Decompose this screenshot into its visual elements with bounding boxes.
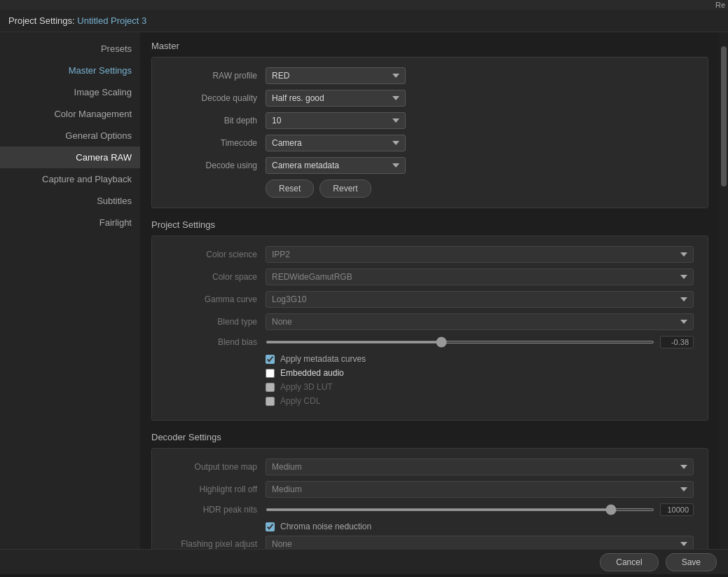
gamma-curve-control: Log3G10	[266, 291, 694, 308]
decode-using-control: Camera metadata Project settings	[266, 157, 406, 174]
output-tone-map-control: Medium Low High	[266, 459, 694, 475]
output-tone-map-row: Output tone map Medium Low High	[166, 459, 694, 475]
chroma-noise-checkbox[interactable]	[266, 522, 275, 531]
project-name: Untitled Project 3	[77, 15, 146, 26]
scrollbar-track[interactable]	[720, 32, 728, 549]
apply-3dlut-checkbox[interactable]	[266, 383, 275, 392]
blend-type-control: None	[266, 313, 694, 330]
master-section-title: Master	[151, 41, 708, 51]
embedded-audio-label: Embedded audio	[280, 368, 344, 378]
blend-bias-label: Blend bias	[166, 337, 257, 347]
top-bar: Re	[0, 0, 728, 10]
apply-metadata-checkbox[interactable]	[266, 355, 275, 364]
sidebar-item-fairlight[interactable]: Fairlight	[0, 212, 140, 233]
blend-bias-row: Blend bias -0.38	[166, 336, 694, 348]
flashing-pixel-row: Flashing pixel adjust None Low Medium Hi…	[166, 536, 694, 549]
decode-using-row: Decode using Camera metadata Project set…	[166, 157, 694, 174]
timecode-select[interactable]: Camera Embedded	[266, 135, 406, 151]
embedded-audio-row: Embedded audio	[166, 368, 694, 378]
timecode-row: Timecode Camera Embedded	[166, 135, 694, 151]
decode-quality-select[interactable]: Half res. good Full res. Quarter res.	[266, 90, 406, 107]
sidebar-item-image-scaling[interactable]: Image Scaling	[0, 81, 140, 103]
blend-type-label: Blend type	[166, 317, 257, 327]
decoder-settings-panel: Output tone map Medium Low High Highligh…	[151, 448, 708, 549]
chroma-noise-label: Chroma noise neduction	[280, 522, 371, 531]
embedded-audio-checkbox[interactable]	[266, 369, 275, 378]
color-space-label: Color space	[166, 272, 257, 282]
highlight-roll-off-row: Highlight roll off Medium Low High	[166, 481, 694, 498]
hdr-peak-nits-value: 10000	[660, 503, 694, 516]
decode-using-label: Decode using	[166, 161, 257, 170]
bit-depth-control: 8 10 12	[266, 112, 406, 129]
title-bar: Project Settings: Untitled Project 3	[0, 10, 728, 32]
raw-profile-row: RAW profile RED BRAW ARRIRAW	[166, 67, 694, 84]
revert-button[interactable]: Revert	[320, 179, 371, 198]
title-prefix: Project Settings:	[8, 15, 77, 26]
raw-profile-control: RED BRAW ARRIRAW	[266, 67, 406, 84]
apply-cdl-checkbox[interactable]	[266, 397, 275, 406]
sidebar-item-master-settings[interactable]: Master Settings	[0, 60, 140, 81]
bit-depth-select[interactable]: 8 10 12	[266, 112, 406, 129]
hdr-peak-nits-slider-container: 10000	[266, 503, 694, 516]
blend-bias-value: -0.38	[660, 336, 694, 348]
hdr-peak-nits-label: HDR peak nits	[166, 505, 257, 515]
timecode-label: Timecode	[166, 138, 257, 148]
hdr-peak-nits-slider[interactable]	[266, 508, 654, 511]
sidebar-item-subtitles[interactable]: Subtitles	[0, 190, 140, 212]
apply-metadata-row: Apply metadata curves	[166, 354, 694, 364]
master-buttons-row: Reset Revert	[166, 179, 694, 198]
cancel-button[interactable]: Cancel	[600, 553, 658, 571]
sidebar-item-color-management[interactable]: Color Management	[0, 103, 140, 125]
color-space-row: Color space REDWideGamutRGB	[166, 269, 694, 285]
apply-cdl-label: Apply CDL	[280, 396, 320, 406]
bit-depth-row: Bit depth 8 10 12	[166, 112, 694, 129]
master-panel: RAW profile RED BRAW ARRIRAW Decode qual…	[151, 57, 708, 208]
flashing-pixel-control: None Low Medium High	[266, 536, 694, 549]
decode-using-select[interactable]: Camera metadata Project settings	[266, 157, 406, 174]
sidebar: Presets Master Settings Image Scaling Co…	[0, 32, 140, 549]
flashing-pixel-label: Flashing pixel adjust	[166, 539, 257, 549]
top-bar-re-label: Re	[715, 1, 725, 9]
sidebar-item-general-options[interactable]: General Options	[0, 125, 140, 147]
output-tone-map-label: Output tone map	[166, 462, 257, 472]
flashing-pixel-select[interactable]: None Low Medium High	[266, 536, 694, 549]
decode-quality-row: Decode quality Half res. good Full res. …	[166, 90, 694, 107]
highlight-roll-off-label: Highlight roll off	[166, 484, 257, 494]
apply-metadata-label: Apply metadata curves	[280, 354, 366, 364]
project-settings-panel: Color science IPP2 Color space REDWideGa…	[151, 236, 708, 421]
blend-type-row: Blend type None	[166, 313, 694, 330]
project-settings-section-title: Project Settings	[151, 219, 708, 230]
scrollbar-thumb[interactable]	[721, 46, 727, 186]
color-science-select[interactable]: IPP2	[266, 246, 694, 263]
blend-bias-slider[interactable]	[266, 341, 654, 344]
decoder-settings-section-title: Decoder Settings	[151, 432, 708, 442]
decode-quality-control: Half res. good Full res. Quarter res.	[266, 90, 406, 107]
highlight-roll-off-control: Medium Low High	[266, 481, 694, 498]
content-area: Master RAW profile RED BRAW ARRIRAW Deco…	[140, 32, 720, 549]
raw-profile-label: RAW profile	[166, 71, 257, 81]
apply-3dlut-label: Apply 3D LUT	[280, 382, 333, 392]
chroma-noise-row: Chroma noise neduction	[166, 522, 694, 531]
sidebar-item-presets[interactable]: Presets	[0, 38, 140, 60]
sidebar-item-camera-raw[interactable]: Camera RAW	[0, 147, 140, 168]
raw-profile-select[interactable]: RED BRAW ARRIRAW	[266, 67, 406, 84]
color-space-control: REDWideGamutRGB	[266, 269, 694, 285]
blend-bias-slider-container: -0.38	[266, 336, 694, 348]
highlight-roll-off-select[interactable]: Medium Low High	[266, 481, 694, 498]
apply-cdl-row: Apply CDL	[166, 396, 694, 406]
sidebar-item-capture-playback[interactable]: Capture and Playback	[0, 168, 140, 190]
hdr-peak-nits-row: HDR peak nits 10000	[166, 503, 694, 516]
output-tone-map-select[interactable]: Medium Low High	[266, 459, 694, 475]
bottom-bar: Cancel Save	[0, 549, 728, 574]
gamma-curve-select[interactable]: Log3G10	[266, 291, 694, 308]
timecode-control: Camera Embedded	[266, 135, 406, 151]
gamma-curve-row: Gamma curve Log3G10	[166, 291, 694, 308]
blend-type-select[interactable]: None	[266, 313, 694, 330]
main-layout: Presets Master Settings Image Scaling Co…	[0, 32, 728, 549]
reset-button[interactable]: Reset	[266, 179, 314, 198]
color-space-select[interactable]: REDWideGamutRGB	[266, 269, 694, 285]
save-button[interactable]: Save	[666, 553, 717, 571]
gamma-curve-label: Gamma curve	[166, 294, 257, 304]
color-science-control: IPP2	[266, 246, 694, 263]
color-science-row: Color science IPP2	[166, 246, 694, 263]
